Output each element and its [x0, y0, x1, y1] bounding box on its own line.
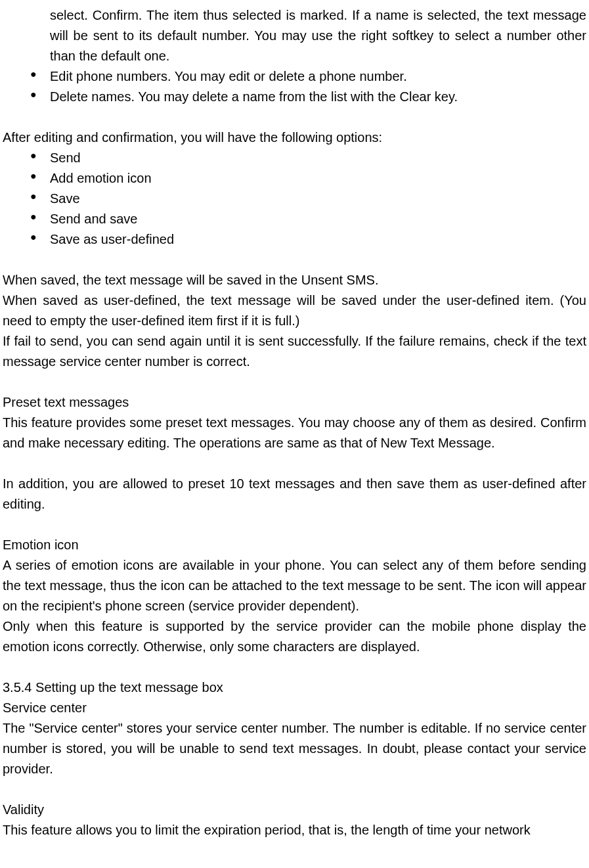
- blank-line: [3, 779, 586, 800]
- preset-heading: Preset text messages: [3, 392, 586, 413]
- list-item: Save: [30, 189, 586, 209]
- blank-line: [3, 514, 586, 535]
- blank-line: [3, 657, 586, 677]
- emotion-heading: Emotion icon: [3, 535, 586, 555]
- section-3-5-4-heading: 3.5.4 Setting up the text message box: [3, 677, 586, 698]
- list-item-text: Delete names. You may delete a name from…: [50, 89, 458, 104]
- bullet-list-top: Edit phone numbers. You may edit or dele…: [3, 66, 586, 107]
- list-item-text: Send and save: [50, 212, 137, 226]
- validity-para: This feature allows you to limit the exp…: [3, 820, 586, 840]
- validity-heading: Validity: [3, 800, 586, 820]
- saved-para-2: When saved as user-defined, the text mes…: [3, 290, 586, 331]
- list-item-text: Save as user-defined: [50, 232, 174, 246]
- service-center-heading: Service center: [3, 698, 586, 718]
- list-item: Delete names. You may delete a name from…: [30, 87, 586, 107]
- service-center-para: The "Service center" stores your service…: [3, 718, 586, 779]
- preset-para-1: This feature provides some preset text m…: [3, 413, 586, 453]
- saved-para-3: If fail to send, you can send again unti…: [3, 331, 586, 372]
- bullet-list-options: Send Add emotion icon Save Send and save…: [3, 148, 586, 250]
- list-item: Edit phone numbers. You may edit or dele…: [30, 66, 586, 87]
- document-page: select. Confirm. The item thus selected …: [0, 0, 589, 840]
- list-item: Add emotion icon: [30, 168, 586, 189]
- emotion-para-1: A series of emotion icons are available …: [3, 555, 586, 616]
- blank-line: [3, 107, 586, 127]
- list-item: Send and save: [30, 209, 586, 229]
- blank-line: [3, 372, 586, 392]
- list-item: Send: [30, 148, 586, 168]
- intro-continuation: select. Confirm. The item thus selected …: [3, 5, 586, 66]
- saved-para-1: When saved, the text message will be sav…: [3, 270, 586, 290]
- emotion-para-2: Only when this feature is supported by t…: [3, 616, 586, 657]
- blank-line: [3, 453, 586, 474]
- list-item-text: Edit phone numbers. You may edit or dele…: [50, 69, 407, 83]
- list-item-text: Save: [50, 191, 80, 206]
- preset-para-2: In addition, you are allowed to preset 1…: [3, 474, 586, 514]
- after-editing-intro: After editing and confirmation, you will…: [3, 127, 586, 148]
- blank-line: [3, 250, 586, 270]
- list-item-text: Add emotion icon: [50, 171, 152, 185]
- list-item-text: Send: [50, 150, 81, 165]
- list-item: Save as user-defined: [30, 229, 586, 250]
